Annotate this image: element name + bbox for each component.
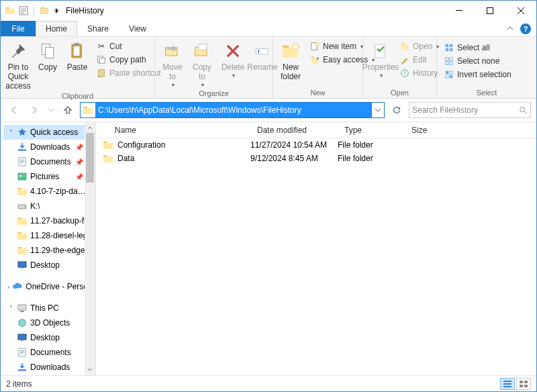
ribbon-tabs: File Home Share View ? — [1, 21, 536, 37]
sidebar-item[interactable]: 3D Objects — [3, 315, 95, 330]
svg-rect-84 — [503, 383, 511, 385]
details-view-button[interactable] — [500, 378, 515, 390]
svg-rect-88 — [520, 385, 523, 387]
invert-selection-button[interactable]: Invert selection — [442, 68, 513, 81]
paste-shortcut-button[interactable]: Paste shortcut — [95, 67, 162, 79]
copy-path-button[interactable]: Copy path — [95, 54, 162, 66]
delete-button[interactable]: Delete▾ — [218, 39, 248, 80]
dropdown-icon[interactable] — [39, 5, 50, 16]
properties-icon[interactable] — [18, 5, 29, 16]
properties-button[interactable]: Properties▾ — [366, 39, 395, 80]
edit-icon — [399, 54, 410, 65]
download-icon — [17, 362, 28, 373]
column-size[interactable]: Size — [405, 126, 536, 135]
paste-icon — [66, 40, 88, 62]
search-box[interactable] — [409, 102, 531, 118]
sidebar-this-pc[interactable]: ˅This PC — [3, 301, 95, 315]
sidebar-quick-access[interactable]: ˅Quick access — [3, 125, 95, 140]
search-input[interactable] — [412, 105, 518, 115]
svg-rect-6 — [41, 9, 48, 14]
svg-rect-44 — [446, 75, 448, 78]
sidebar-item[interactable]: Desktop — [3, 258, 95, 273]
overflow-caret-icon[interactable] — [52, 5, 59, 16]
cut-button[interactable]: ✂Cut — [95, 40, 162, 52]
label: Desktop — [30, 260, 60, 270]
svg-rect-89 — [524, 385, 528, 387]
collapse-ribbon-icon[interactable] — [507, 26, 514, 32]
sidebar-item[interactable]: Pictures📌 — [3, 169, 95, 184]
copy-to-button[interactable]: Copy to▾ — [187, 39, 217, 89]
column-date[interactable]: Date modified — [250, 126, 338, 135]
select-all-button[interactable]: Select all — [442, 42, 513, 54]
svg-rect-20 — [199, 44, 207, 50]
minimize-button[interactable] — [444, 1, 475, 21]
svg-rect-24 — [283, 46, 289, 48]
help-icon[interactable]: ? — [520, 23, 531, 34]
drive-icon — [17, 201, 28, 211]
scroll-up-icon[interactable] — [85, 122, 95, 133]
large-icons-view-button[interactable] — [516, 378, 531, 390]
sidebar-item[interactable]: K:\ — [3, 199, 95, 213]
label: K:\ — [30, 201, 40, 211]
select-none-icon — [444, 56, 454, 66]
tab-home[interactable]: Home — [36, 21, 77, 36]
sidebar-item[interactable]: 11.27-backup-fil… — [3, 213, 95, 228]
move-to-button[interactable]: Move to▾ — [158, 39, 187, 89]
sidebar-onedrive[interactable]: ›OneDrive - Person… — [3, 279, 95, 294]
up-button[interactable] — [60, 102, 76, 118]
download-icon — [17, 142, 28, 152]
select-none-button[interactable]: Select none — [442, 55, 513, 67]
column-type[interactable]: Type — [338, 126, 405, 135]
recent-locations-button[interactable] — [46, 102, 56, 118]
history-button[interactable]: History — [398, 67, 440, 79]
edit-button[interactable]: Edit — [398, 54, 440, 66]
tab-share[interactable]: Share — [77, 21, 119, 36]
scroll-down-icon[interactable] — [85, 364, 95, 375]
file-menu[interactable]: File — [1, 21, 36, 36]
sidebar-item[interactable]: 11.29-the-edge-… — [3, 243, 95, 258]
sidebar-item[interactable]: Music — [3, 375, 95, 375]
list-item[interactable]: Data 9/12/2024 8:45 AM File folder — [96, 152, 536, 165]
address-dropdown-icon[interactable] — [372, 107, 384, 113]
sidebar-item[interactable]: Downloads📌 — [3, 140, 95, 154]
address-text[interactable]: C:\Users\h\AppData\Local\Microsoft\Windo… — [95, 103, 372, 117]
sidebar-item[interactable]: 4.10-7-zip-da… — [3, 184, 95, 199]
maximize-button[interactable] — [475, 1, 505, 21]
svg-rect-62 — [17, 234, 27, 240]
label: Copy path — [109, 55, 146, 64]
sidebar-item[interactable]: Documents📌 — [3, 154, 95, 169]
svg-rect-43 — [450, 71, 452, 74]
refresh-button[interactable] — [389, 102, 405, 118]
item-type: File folder — [338, 154, 405, 163]
new-folder-icon — [280, 40, 301, 62]
scroll-thumb[interactable] — [86, 133, 94, 183]
column-name[interactable]: Name — [96, 126, 250, 135]
sidebar-item[interactable]: 11.28-diesel-lega… — [3, 228, 95, 243]
label: Pictures — [30, 172, 59, 181]
back-button[interactable] — [6, 102, 22, 118]
sidebar-scrollbar[interactable] — [85, 122, 95, 375]
address-bar[interactable]: C:\Users\h\AppData\Local\Microsoft\Windo… — [80, 102, 385, 118]
new-folder-button[interactable]: New folder — [276, 39, 305, 83]
pin-to-quick-access-button[interactable]: Pin to Quick access — [3, 39, 33, 92]
svg-rect-67 — [21, 267, 23, 268]
svg-rect-75 — [20, 353, 23, 354]
copy-button[interactable]: Copy — [33, 39, 62, 74]
svg-rect-11 — [46, 48, 54, 58]
3d-icon — [17, 317, 28, 328]
sidebar-item[interactable]: Desktop — [3, 330, 95, 345]
list-item[interactable]: Configuration 11/27/2024 10:54 AM File f… — [96, 138, 536, 152]
close-button[interactable] — [505, 1, 536, 21]
svg-rect-40 — [446, 62, 448, 64]
label: 4.10-7-zip-da… — [30, 187, 86, 196]
svg-rect-41 — [450, 62, 452, 64]
folder-icon — [103, 153, 113, 164]
history-icon — [399, 68, 410, 79]
tab-view[interactable]: View — [119, 21, 156, 36]
forward-button[interactable] — [26, 102, 42, 118]
paste-shortcut-icon — [96, 68, 107, 79]
open-button[interactable]: Open▾ — [398, 40, 440, 52]
sidebar-item[interactable]: Downloads — [3, 360, 95, 375]
paste-button[interactable]: Paste — [62, 39, 92, 74]
sidebar-item[interactable]: Documents — [3, 345, 95, 360]
